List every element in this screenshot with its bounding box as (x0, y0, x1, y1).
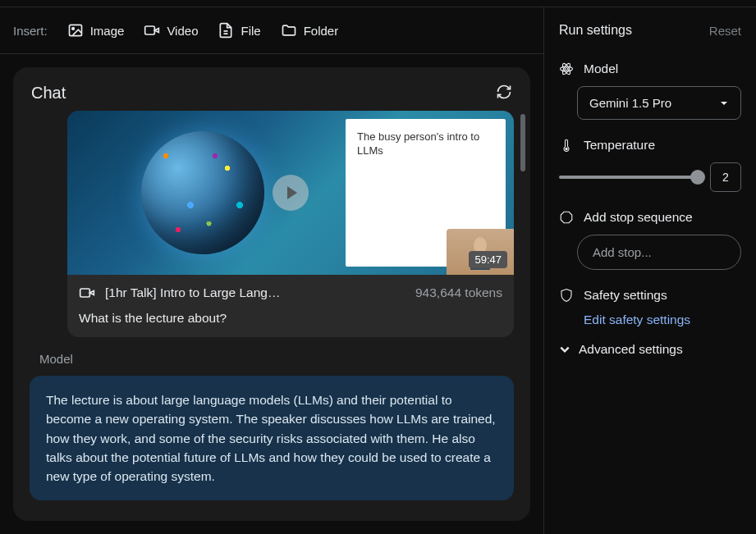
slide-title: The busy person's intro to LLMs (357, 130, 494, 158)
image-icon (67, 22, 84, 39)
chat-card: Chat (13, 67, 530, 521)
refresh-icon (496, 84, 512, 100)
insert-video-label: Video (167, 24, 198, 38)
play-icon (273, 175, 309, 211)
svg-point-1 (72, 28, 75, 30)
scrollbar-thumb[interactable] (520, 114, 525, 171)
advanced-settings-label: Advanced settings (579, 342, 683, 357)
svg-point-6 (561, 66, 573, 71)
shield-icon (559, 288, 574, 303)
slider-thumb[interactable] (690, 170, 705, 185)
video-icon (144, 22, 160, 39)
stop-sequence-label: Add stop sequence (584, 210, 693, 225)
stop-sequence-input[interactable]: Add stop... (577, 235, 741, 270)
atom-icon (559, 62, 574, 76)
model-setting-label: Model (584, 62, 618, 76)
video-duration: 59:47 (469, 251, 507, 268)
caret-down-icon (719, 98, 729, 108)
edit-safety-link[interactable]: Edit safety settings (584, 313, 741, 327)
insert-folder-label: Folder (304, 24, 339, 38)
svg-point-9 (566, 148, 567, 149)
insert-video-button[interactable]: Video (144, 22, 198, 39)
insert-file-button[interactable]: File (218, 22, 260, 39)
advanced-settings-toggle[interactable]: Advanced settings (559, 342, 741, 357)
insert-image-button[interactable]: Image (67, 22, 125, 39)
model-response: The lecture is about large language mode… (30, 376, 514, 500)
video-attachment[interactable]: The busy person's intro to LLMs Andrej K… (67, 111, 514, 275)
reset-button[interactable]: Reset (709, 24, 741, 38)
safety-settings-label: Safety settings (584, 288, 667, 303)
run-settings-title: Run settings (559, 23, 632, 38)
video-title: [1hr Talk] Intro to Large Lang… (105, 285, 405, 300)
temperature-label: Temperature (584, 138, 655, 153)
user-message: The busy person's intro to LLMs Andrej K… (67, 111, 514, 337)
model-select[interactable]: Gemini 1.5 Pro (577, 86, 741, 120)
chat-scroll-area[interactable]: The busy person's intro to LLMs Andrej K… (13, 111, 530, 504)
insert-label: Insert: (13, 24, 48, 38)
model-select-value: Gemini 1.5 Pro (589, 96, 671, 110)
token-count: 943,644 tokens (415, 285, 502, 300)
left-panel: Insert: Image Video File Folder Ch (0, 7, 544, 534)
chevron-down-icon (559, 344, 570, 355)
stop-icon (559, 210, 574, 225)
insert-file-label: File (241, 24, 260, 38)
user-text: What is the lecture about? (67, 311, 514, 337)
file-icon (218, 22, 234, 39)
folder-icon (281, 22, 297, 39)
thumbnail-graphic (141, 131, 264, 254)
svg-point-5 (566, 68, 568, 71)
insert-toolbar: Insert: Image Video File Folder (0, 7, 543, 53)
refresh-button[interactable] (496, 84, 512, 103)
chat-title: Chat (31, 84, 66, 103)
video-icon (79, 285, 95, 301)
temperature-value[interactable]: 2 (710, 162, 741, 192)
insert-folder-button[interactable]: Folder (281, 22, 339, 39)
thermometer-icon (559, 138, 574, 153)
insert-image-label: Image (90, 24, 125, 38)
stop-placeholder: Add stop... (593, 245, 652, 259)
temperature-slider[interactable] (559, 176, 699, 179)
model-role-label: Model (39, 352, 514, 366)
run-settings-panel: Run settings Reset Model Gemini 1.5 Pro … (544, 7, 756, 534)
